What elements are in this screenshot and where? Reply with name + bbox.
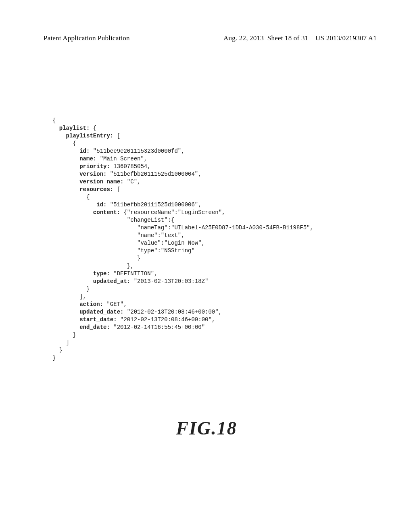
end-date-val: "2012-02-14T16:55:45+00:00": [110, 324, 205, 330]
arr-close: ]: [66, 339, 69, 346]
figure-label: FIG.18: [0, 418, 413, 439]
content-l3: "nameTag":"UILabel-A25E0D87-1DD4-A030-54…: [137, 224, 313, 231]
brace-open: {: [52, 117, 56, 124]
res-open: {: [86, 194, 90, 200]
header-sheet: Sheet 18 of 31: [267, 34, 308, 42]
res-close: }: [86, 286, 90, 292]
entry-open: {: [73, 140, 76, 147]
res-id-val: "511befbb20111525d1000006",: [106, 202, 201, 208]
content-key: content:: [93, 209, 120, 216]
playlistentry-key: playlistEntry:: [66, 133, 114, 139]
end-date-key: end_date:: [79, 324, 110, 330]
resources-key: resources:: [79, 186, 113, 193]
header-docnum: US 2013/0219307 A1: [315, 34, 377, 42]
content-l2: "changeList":{: [127, 217, 175, 223]
page-header: Patent Application Publication Aug. 22, …: [44, 34, 377, 42]
header-left: Patent Application Publication: [44, 34, 130, 42]
start-date-val: "2012-02-13T20:08:46+00:00",: [117, 316, 215, 323]
type-key: type:: [93, 270, 110, 277]
content-l6: "type":"NSString": [137, 247, 195, 254]
name-key: name:: [79, 156, 96, 162]
playlist-key: playlist:: [59, 125, 90, 131]
action-val: "GET",: [103, 301, 127, 308]
res-id-key: _id:: [93, 202, 107, 208]
root-close: }: [52, 355, 56, 361]
content-l4: "name":"text",: [137, 232, 185, 239]
entry-close: }: [73, 332, 76, 338]
id-val: "511bee9e201115323d0000fd",: [90, 148, 184, 154]
playlist-close: }: [59, 347, 63, 353]
id-key: id:: [79, 148, 90, 154]
playlistentry-bracket: [: [113, 133, 120, 139]
playlist-brace: {: [90, 125, 96, 131]
updated-at-val: "2013-02-13T20:03:18Z": [130, 278, 208, 285]
content-l1: {"resourceName":"LoginScreen",: [120, 209, 225, 216]
inner-close2: },: [127, 263, 134, 269]
version-val: "511befbb20111525d1000004",: [106, 171, 201, 177]
priority-key: priority:: [79, 163, 110, 170]
header-date: Aug. 22, 2013: [223, 34, 264, 42]
header-right: Aug. 22, 2013 Sheet 18 of 31 US 2013/021…: [223, 34, 377, 42]
resources-bracket: [: [113, 186, 120, 193]
updated-at-key: updated_at:: [93, 278, 130, 285]
type-val: "DEFINITION",: [110, 270, 158, 277]
version-name-val: "C",: [123, 179, 140, 185]
code-block: { playlist: { playlistEntry: [ { id: "51…: [52, 117, 313, 362]
start-date-key: start_date:: [79, 316, 117, 323]
inner-close1: }: [137, 255, 140, 262]
updated-date-key: updated_date:: [79, 309, 123, 315]
resources-close: ],: [79, 293, 86, 300]
action-key: action:: [79, 301, 103, 308]
content-l5: "value":"Login Now",: [137, 240, 205, 246]
priority-val: 1360785054,: [110, 163, 151, 170]
name-val: "Main Screen",: [96, 156, 147, 162]
version-name-key: version_name:: [79, 179, 123, 185]
updated-date-val: "2012-02-13T20:08:46+00:00",: [123, 309, 222, 315]
version-key: version:: [79, 171, 106, 177]
